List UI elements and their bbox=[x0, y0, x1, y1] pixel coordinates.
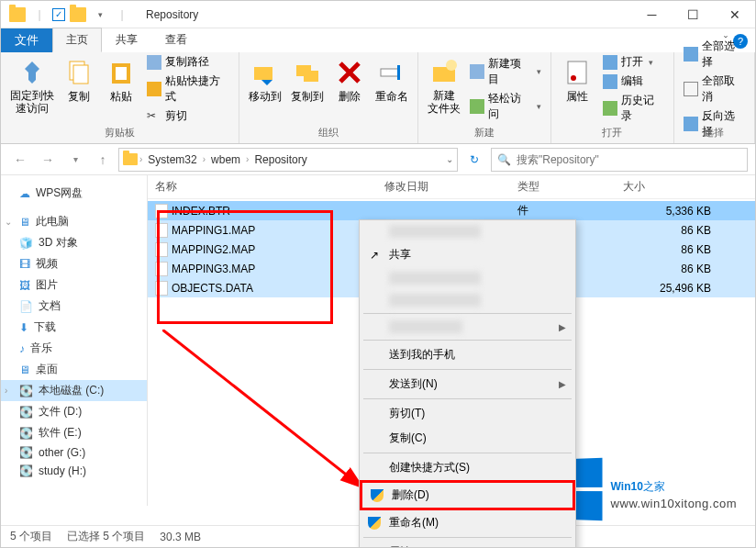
edit-button[interactable]: 编辑 bbox=[601, 73, 666, 90]
rename-icon bbox=[377, 58, 406, 87]
col-size[interactable]: 大小 bbox=[623, 179, 663, 195]
shield-icon bbox=[370, 488, 384, 503]
tab-share[interactable]: 共享 bbox=[102, 28, 151, 52]
sidebar-item-video[interactable]: 🎞视频 bbox=[1, 253, 147, 274]
file-row[interactable]: INDEX.BTR件5,336 KB bbox=[148, 201, 755, 220]
chevron-right-icon[interactable]: › bbox=[5, 386, 7, 396]
ctx-copy[interactable]: 复制(C) bbox=[360, 426, 575, 451]
ctx-item-blurred[interactable] bbox=[360, 267, 575, 289]
nav-bar: ← → ▾ ↑ › System32 › wbem › Repository ⌄… bbox=[1, 144, 755, 175]
sidebar-item-music[interactable]: ♪音乐 bbox=[1, 338, 147, 359]
search-input[interactable] bbox=[517, 153, 741, 166]
tab-view[interactable]: 查看 bbox=[151, 28, 201, 52]
col-type[interactable]: 类型 bbox=[517, 179, 623, 195]
search-box[interactable]: 🔍 bbox=[491, 148, 748, 172]
new-folder-button[interactable]: 新建 文件夹 bbox=[426, 56, 462, 122]
forward-button[interactable]: → bbox=[36, 148, 60, 172]
col-date[interactable]: 修改日期 bbox=[384, 179, 517, 195]
sidebar-item-documents[interactable]: 📄文档 bbox=[1, 296, 147, 317]
ctx-delete[interactable]: 删除(D) bbox=[360, 480, 575, 510]
column-headers[interactable]: 名称 修改日期 类型 大小 bbox=[148, 175, 755, 199]
ctx-share[interactable]: ↗共享 bbox=[360, 242, 575, 267]
ctx-sendto[interactable]: 发送到(N)▶ bbox=[360, 372, 575, 397]
breadcrumb-segment[interactable]: wbem bbox=[207, 153, 244, 166]
properties-icon bbox=[562, 58, 592, 87]
quick-access-toolbar: | ✓ ▾ | bbox=[1, 6, 139, 24]
chevron-down-icon[interactable]: ⌄ bbox=[5, 217, 12, 227]
ctx-cut[interactable]: 剪切(T) bbox=[360, 401, 575, 426]
up-button[interactable]: ↑ bbox=[91, 148, 115, 172]
paste-shortcut-button[interactable]: 粘贴快捷方式 bbox=[145, 73, 231, 106]
ctx-create-shortcut[interactable]: 创建快捷方式(S) bbox=[360, 455, 575, 480]
minimize-button[interactable]: ─ bbox=[631, 1, 673, 28]
copyto-icon bbox=[293, 58, 322, 87]
file-size: 86 KB bbox=[623, 243, 748, 256]
ctx-item-blurred[interactable]: ▶ bbox=[360, 316, 575, 338]
ctx-item-blurred[interactable] bbox=[360, 220, 575, 242]
open-icon bbox=[603, 55, 617, 70]
checkbox-icon[interactable]: ✓ bbox=[52, 8, 65, 21]
moveto-button[interactable]: 移动到 bbox=[247, 56, 284, 122]
sidebar-item-drive-d[interactable]: 💽文件 (D:) bbox=[1, 401, 147, 422]
sidebar-item-downloads[interactable]: ⬇下载 bbox=[1, 317, 147, 338]
picture-icon: 🖼 bbox=[19, 279, 30, 292]
properties-button[interactable]: 属性 bbox=[559, 56, 595, 122]
sidebar-item-drive-g[interactable]: 💽other (G:) bbox=[1, 443, 147, 462]
address-dropdown[interactable]: ⌄ bbox=[446, 154, 453, 164]
sidebar-item-3d[interactable]: 🧊3D 对象 bbox=[1, 232, 147, 253]
file-name: MAPPING1.MAP bbox=[172, 224, 255, 237]
recent-dropdown[interactable]: ▾ bbox=[63, 148, 87, 172]
pin-button[interactable]: 固定到快 速访问 bbox=[8, 56, 55, 122]
qat-dropdown[interactable]: ▾ bbox=[91, 6, 109, 24]
new-item-button[interactable]: 新建项目▾ bbox=[468, 55, 543, 88]
select-none-button[interactable]: 全部取消 bbox=[682, 73, 747, 106]
sidebar-item-pc[interactable]: ⌄🖥此电脑 bbox=[1, 211, 147, 232]
tab-home[interactable]: 主页 bbox=[52, 28, 102, 52]
paste-button[interactable]: 粘贴 bbox=[103, 56, 139, 122]
group-clipboard: 剪贴板 bbox=[8, 124, 231, 140]
address-bar[interactable]: › System32 › wbem › Repository ⌄ bbox=[118, 148, 458, 172]
back-button[interactable]: ← bbox=[8, 148, 32, 172]
sidebar-item-wps[interactable]: ☁WPS网盘 bbox=[1, 183, 147, 204]
refresh-button[interactable]: ↻ bbox=[461, 148, 487, 172]
select-all-button[interactable]: 全部选择 bbox=[682, 38, 747, 71]
copy-path-button[interactable]: 复制路径 bbox=[145, 53, 231, 71]
delete-button[interactable]: 删除 bbox=[331, 56, 368, 122]
window-title: Repository bbox=[146, 8, 198, 21]
drive-icon: 💽 bbox=[19, 406, 33, 419]
ctx-properties[interactable]: 属性(R) bbox=[360, 540, 575, 548]
context-menu: ↗共享 ▶ ㅤ送到我的手机 发送到(N)▶ 剪切(T) 复制(C) 创建快捷方式… bbox=[359, 219, 576, 548]
ctx-separator bbox=[363, 369, 572, 370]
copy-button[interactable]: 复制 bbox=[61, 56, 97, 122]
breadcrumb-segment[interactable]: System32 bbox=[144, 153, 200, 166]
file-icon bbox=[155, 223, 168, 238]
moveto-icon bbox=[250, 58, 280, 87]
easy-access-button[interactable]: 轻松访问▾ bbox=[468, 90, 543, 123]
selectnone-icon bbox=[684, 82, 698, 96]
sidebar-item-pictures[interactable]: 🖼图片 bbox=[1, 274, 147, 296]
pin-icon bbox=[17, 58, 47, 87]
ctx-send-phone[interactable]: ㅤ送到我的手机 bbox=[360, 342, 575, 367]
ctx-rename[interactable]: 重命名(M) bbox=[360, 510, 575, 535]
qat-separator: | bbox=[113, 6, 131, 24]
file-size: 86 KB bbox=[623, 224, 748, 237]
breadcrumb-segment[interactable]: Repository bbox=[250, 153, 310, 166]
copyto-button[interactable]: 复制到 bbox=[289, 56, 326, 122]
cut-button[interactable]: ✂剪切 bbox=[145, 107, 231, 125]
svg-rect-6 bbox=[304, 71, 318, 82]
svg-rect-11 bbox=[568, 62, 586, 84]
history-button[interactable]: 历史记录 bbox=[601, 92, 666, 125]
watermark-title: Win10之家 bbox=[611, 468, 737, 497]
sidebar-item-drive-c[interactable]: ›💽本地磁盘 (C:) bbox=[1, 380, 147, 401]
drive-icon: 💽 bbox=[19, 446, 33, 459]
rename-button[interactable]: 重命名 bbox=[373, 56, 410, 122]
sidebar-item-desktop[interactable]: 🖥桌面 bbox=[1, 359, 147, 380]
ctx-item-blurred[interactable] bbox=[360, 289, 575, 311]
sidebar-item-drive-h[interactable]: 💽study (H:) bbox=[1, 462, 147, 480]
maximize-button[interactable]: ☐ bbox=[673, 1, 714, 28]
sidebar-item-drive-e[interactable]: 💽软件 (E:) bbox=[1, 422, 147, 443]
close-button[interactable]: ✕ bbox=[714, 1, 755, 28]
col-name[interactable]: 名称 bbox=[155, 179, 384, 195]
tab-file[interactable]: 文件 bbox=[1, 28, 52, 52]
open-button[interactable]: 打开▾ bbox=[601, 53, 666, 71]
